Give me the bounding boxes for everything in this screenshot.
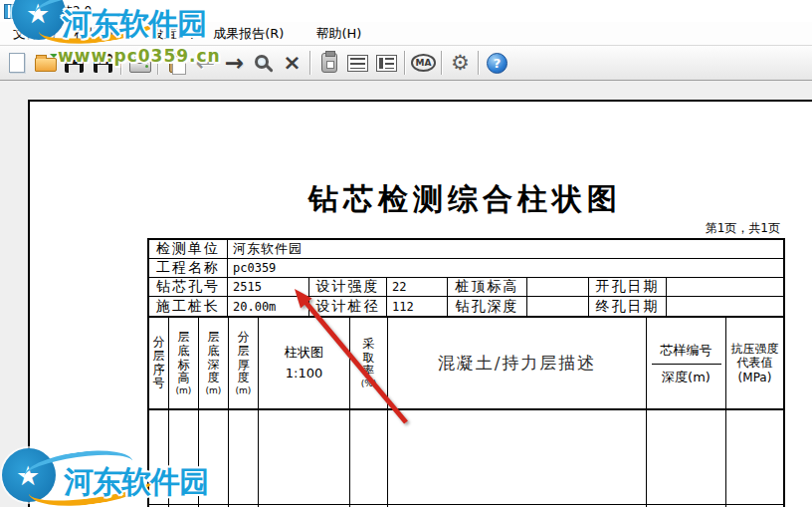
report-cover-icon (321, 53, 337, 73)
table-row: 检测单位 河东软件园 (149, 240, 783, 259)
col-layer-no: 分层序号 (149, 318, 169, 408)
col-core-sample-no-depth: 芯样编号 深度(m) (647, 318, 726, 408)
document-area: 钻芯检测综合柱状图 第1页，共1页 检测单位 河东软件园 工程名称 pc0359… (0, 81, 812, 507)
value-design-strength: 22 (387, 278, 448, 296)
value-hole-open-date (667, 278, 783, 296)
gear-icon: ⚙ (451, 53, 470, 74)
menu-columnar-chart[interactable]: 柱状图(D) (66, 23, 142, 45)
paste-button[interactable] (162, 48, 191, 78)
label-design-diameter: 设计桩径 (309, 297, 387, 316)
report-list-button[interactable] (343, 48, 372, 78)
label-drill-depth: 钻孔深度 (448, 297, 527, 316)
ma-badge-icon: MA (411, 54, 437, 72)
open-folder-icon (35, 58, 57, 72)
col-concrete-description: 混凝土/持力层描述 (388, 318, 647, 408)
clipboard-icon (169, 54, 184, 73)
open-button[interactable] (31, 48, 60, 78)
col-recovery-rate: 采取率 (%) (350, 318, 388, 408)
save-as-icon (94, 54, 112, 73)
help-button[interactable]: ? (483, 48, 511, 78)
window-title: 基桩钻芯2.0 (25, 3, 92, 20)
report-list-icon (347, 55, 368, 72)
report-columns-icon (376, 55, 397, 72)
label-design-strength: 设计强度 (309, 278, 387, 296)
report-columns-button[interactable] (372, 48, 401, 78)
table-header-row: 分层序号 层底标高 (m) 层底深度 (m) 分层厚度 (m) (149, 316, 783, 410)
value-drill-depth (527, 297, 589, 316)
table-empty-row (149, 410, 783, 505)
toolbar: ← → × MA ⚙ ? (0, 45, 812, 81)
label-hole-open-date: 开孔日期 (589, 278, 667, 296)
menu-settings[interactable]: 设置(S) (142, 23, 204, 45)
save-button[interactable] (60, 48, 89, 78)
save-as-button[interactable] (89, 48, 117, 78)
ma-certificate-button[interactable]: MA (409, 48, 438, 78)
forward-arrow-icon: → (225, 52, 244, 75)
label-pile-length: 施工桩长 (149, 297, 228, 316)
printer-icon (129, 61, 151, 73)
page-indicator: 第1页，共1页 (147, 220, 780, 237)
menu-help[interactable]: 帮助(H) (306, 23, 370, 45)
menu-bar: 文件(F) 柱状图(D) 设置(S) 成果报告(R) 帮助(H) (0, 22, 812, 45)
report-cover-button[interactable] (314, 48, 343, 78)
label-core-hole-no: 钻芯孔号 (149, 278, 228, 296)
table-row: 钻芯孔号 2515 设计强度 22 桩顶标高 开孔日期 (149, 278, 783, 297)
forward-button[interactable]: → (220, 48, 249, 78)
page-title: 钻芯检测综合柱状图 (147, 179, 783, 220)
table-row: 施工桩长 20.00m 设计桩径 112 钻孔深度 终孔日期 (149, 297, 783, 316)
menu-file[interactable]: 文件(F) (4, 23, 66, 45)
print-button[interactable] (125, 48, 154, 78)
toolbar-separator (157, 51, 159, 75)
col-bottom-elevation: 层底标高 (m) (169, 318, 199, 408)
toolbar-separator (441, 51, 443, 75)
value-hole-end-date (667, 297, 783, 316)
value-inspection-unit: 河东软件园 (228, 240, 783, 258)
col-compressive-strength: 抗压强度 代表值 (MPa) (726, 318, 783, 408)
save-icon (65, 54, 84, 73)
zoom-button[interactable] (249, 48, 278, 78)
magnifier-icon (255, 55, 269, 69)
label-hole-end-date: 终孔日期 (589, 297, 667, 316)
value-pile-length: 20.00m (228, 297, 309, 316)
table-row: 工程名称 pc0359 (149, 259, 783, 278)
col-columnar-diagram: 柱状图 1:100 (259, 318, 350, 408)
value-design-diameter: 112 (387, 297, 448, 316)
new-document-button[interactable] (2, 48, 31, 78)
title-bar: 基桩钻芯2.0 (0, 0, 812, 22)
new-document-icon (9, 53, 25, 73)
settings-button[interactable]: ⚙ (446, 48, 475, 78)
close-button[interactable]: × (278, 48, 306, 78)
menu-report[interactable]: 成果报告(R) (204, 23, 293, 45)
toolbar-separator (478, 51, 480, 75)
back-arrow-icon: ← (196, 52, 215, 75)
value-project-name: pc0359 (228, 259, 783, 277)
value-pile-top-elevation (527, 278, 589, 296)
back-button[interactable]: ← (191, 48, 220, 78)
label-project-name: 工程名称 (149, 259, 228, 277)
label-pile-top-elevation: 桩顶标高 (448, 278, 527, 296)
toolbar-separator (120, 51, 122, 75)
col-layer-thickness: 分层厚度 (m) (229, 318, 259, 408)
label-inspection-unit: 检测单位 (149, 240, 228, 258)
toolbar-separator (309, 51, 311, 75)
help-icon: ? (487, 53, 508, 74)
app-window: 基桩钻芯2.0 文件(F) 柱状图(D) 设置(S) 成果报告(R) 帮助(H)… (0, 0, 812, 507)
drill-core-table: 检测单位 河东软件园 工程名称 pc0359 钻芯孔号 2515 设计强度 22… (147, 238, 785, 507)
app-icon (4, 4, 19, 19)
close-icon: × (283, 52, 301, 74)
document-page: 钻芯检测综合柱状图 第1页，共1页 检测单位 河东软件园 工程名称 pc0359… (28, 100, 812, 507)
toolbar-separator (404, 51, 406, 75)
value-core-hole-no: 2515 (228, 278, 309, 296)
col-bottom-depth: 层底深度 (m) (199, 318, 229, 408)
